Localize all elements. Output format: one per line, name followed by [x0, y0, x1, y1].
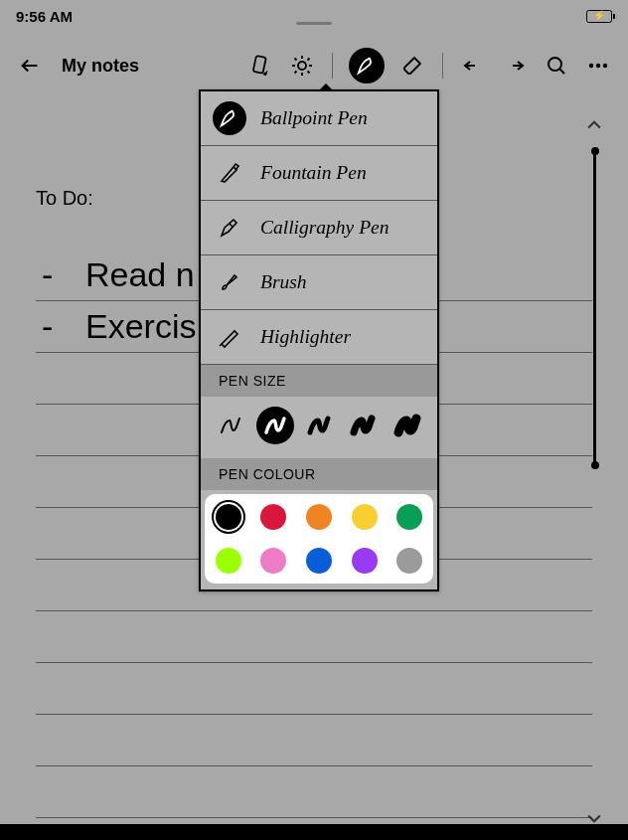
- colour-panel: [205, 494, 433, 584]
- pen-tool-button[interactable]: [349, 48, 385, 84]
- status-right: ⚡: [586, 10, 612, 23]
- pen-option-highlighter[interactable]: Highlighter: [201, 310, 437, 365]
- colour-red[interactable]: [260, 504, 286, 530]
- pen-size-label: PEN SIZE: [201, 365, 437, 397]
- pen-option-calligraphy[interactable]: Calligraphy Pen: [201, 201, 437, 255]
- undo-icon[interactable]: [459, 52, 487, 80]
- toolbar-divider: [332, 53, 333, 79]
- fountain-icon: [213, 156, 246, 190]
- note-line: [36, 766, 592, 818]
- colour-grey[interactable]: [396, 548, 422, 574]
- pen-label: Ballpoint Pen: [260, 107, 368, 129]
- colour-yellow[interactable]: [352, 504, 378, 530]
- note-text: Read n: [85, 255, 195, 294]
- ballpoint-icon: [213, 101, 246, 135]
- pen-popup: Ballpoint Pen Fountain Pen Calligraphy P…: [199, 89, 439, 591]
- pen-label: Brush: [260, 271, 307, 293]
- pen-size-3[interactable]: [300, 407, 338, 444]
- back-arrow-icon[interactable]: [16, 52, 44, 80]
- toolbar: My notes: [0, 46, 628, 85]
- colour-lime[interactable]: [216, 548, 241, 574]
- svg-point-5: [603, 64, 607, 68]
- svg-point-2: [549, 58, 561, 71]
- pen-option-fountain[interactable]: Fountain Pen: [201, 146, 437, 201]
- clock: 9:56 AM: [16, 8, 73, 25]
- note-line: [36, 663, 592, 715]
- page-title: My notes: [62, 56, 139, 77]
- bottom-bar: [0, 824, 628, 840]
- pen-label: Fountain Pen: [260, 162, 367, 184]
- svg-point-3: [589, 64, 593, 68]
- colour-pink[interactable]: [260, 548, 286, 574]
- toolbar-divider: [442, 53, 443, 79]
- status-bar: 9:56 AM ⚡: [0, 0, 628, 32]
- pen-option-brush[interactable]: Brush: [201, 255, 437, 310]
- colour-orange[interactable]: [306, 504, 332, 530]
- scroll-indicator[interactable]: [593, 149, 596, 467]
- pen-size-5[interactable]: [389, 407, 426, 444]
- chevron-up-icon[interactable]: [584, 115, 604, 135]
- brush-icon: [213, 265, 246, 299]
- svg-point-4: [596, 64, 600, 68]
- colour-purple[interactable]: [352, 548, 378, 574]
- eraser-icon[interactable]: [398, 52, 426, 80]
- pen-size-row: [201, 397, 437, 458]
- pen-size-1[interactable]: [212, 407, 249, 444]
- search-icon[interactable]: [543, 52, 570, 80]
- battery-icon: ⚡: [586, 10, 612, 23]
- drag-handle[interactable]: [296, 22, 332, 25]
- colour-black[interactable]: [216, 504, 241, 530]
- pen-label: Highlighter: [260, 326, 351, 348]
- calligraphy-icon: [213, 211, 246, 245]
- pen-size-4[interactable]: [344, 407, 382, 444]
- pen-size-2[interactable]: [256, 407, 294, 444]
- orientation-icon[interactable]: [246, 52, 274, 80]
- pen-option-ballpoint[interactable]: Ballpoint Pen: [201, 91, 437, 146]
- pen-colour-label: PEN COLOUR: [201, 458, 437, 490]
- note-text: Exercis: [85, 307, 196, 346]
- redo-icon[interactable]: [501, 52, 529, 80]
- note-line: [36, 715, 592, 766]
- pen-label: Calligraphy Pen: [260, 217, 389, 239]
- colour-green[interactable]: [396, 504, 422, 530]
- more-icon[interactable]: [584, 52, 612, 80]
- svg-rect-0: [253, 56, 266, 74]
- colour-blue[interactable]: [306, 548, 332, 574]
- svg-point-1: [298, 62, 306, 70]
- brightness-icon[interactable]: [288, 52, 316, 80]
- note-line: [36, 611, 592, 663]
- highlighter-icon: [213, 320, 246, 354]
